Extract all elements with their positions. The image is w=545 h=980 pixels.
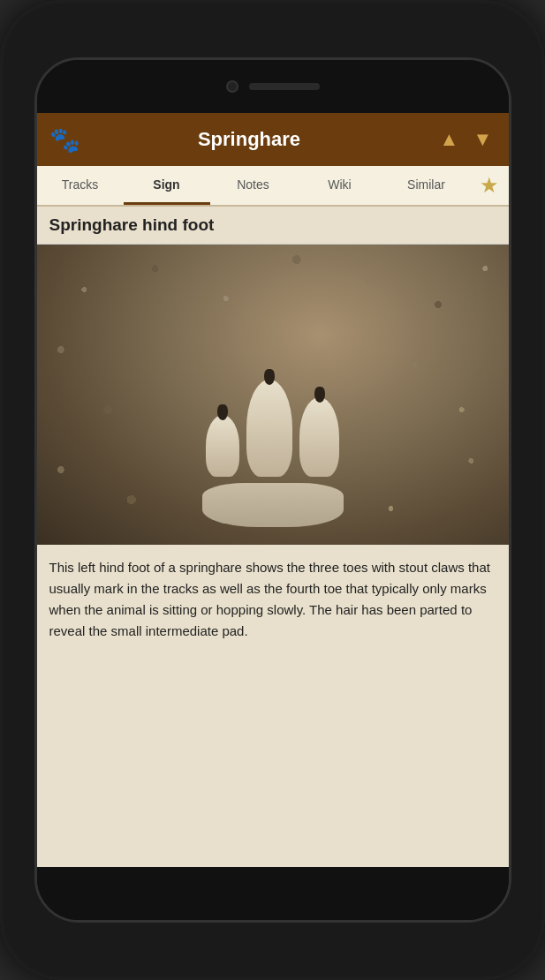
phone-bottom-bar — [37, 867, 509, 920]
favorite-button[interactable]: ★ — [470, 166, 509, 205]
star-icon: ★ — [480, 173, 499, 198]
tab-notes[interactable]: Notes — [210, 166, 297, 205]
screen: 🐾 Springhare ▲ ▼ Tracks Sign Notes — [37, 113, 509, 867]
content-area: Springhare hind foot This left hind — [37, 207, 509, 867]
outer-toe-left — [206, 415, 239, 477]
camera — [226, 80, 238, 93]
inner-toe-right — [299, 397, 339, 477]
section-heading: Springhare hind foot — [37, 207, 509, 245]
tab-tracks[interactable]: Tracks — [37, 166, 124, 205]
prev-arrow-button[interactable]: ▲ — [436, 128, 463, 151]
description-text: This left hind foot of a springhare show… — [37, 545, 509, 654]
paw-icon: 🐾 — [49, 125, 80, 155]
phone-body: 🐾 Springhare ▲ ▼ Tracks Sign Notes — [34, 57, 511, 923]
tab-wiki[interactable]: Wiki — [297, 166, 383, 205]
tab-bar: Tracks Sign Notes Wiki Similar ★ — [37, 166, 509, 207]
speaker — [249, 83, 320, 90]
foot-image — [37, 245, 509, 545]
navigation-arrows: ▲ ▼ — [436, 128, 496, 151]
app-title: Springhare — [89, 128, 410, 151]
center-toe — [246, 380, 292, 477]
next-arrow-button[interactable]: ▼ — [470, 128, 496, 151]
phone-top-bar — [37, 60, 509, 113]
phone-frame: 🐾 Springhare ▲ ▼ Tracks Sign Notes — [0, 0, 545, 980]
tab-similar[interactable]: Similar — [383, 166, 470, 205]
foot-illustration — [185, 280, 361, 527]
tab-sign[interactable]: Sign — [124, 166, 210, 205]
toes-group — [206, 380, 339, 477]
app-header: 🐾 Springhare ▲ ▼ — [37, 113, 509, 166]
foot-base-pad — [202, 483, 344, 527]
